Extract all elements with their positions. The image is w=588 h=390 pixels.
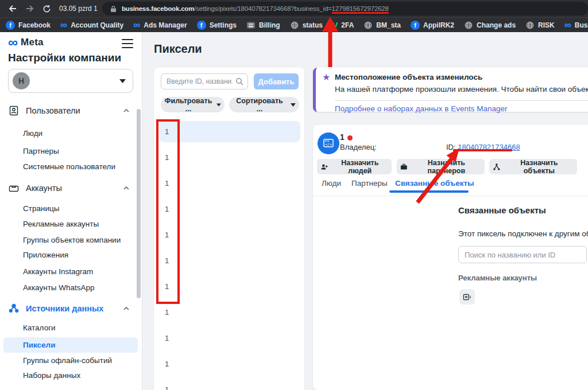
sidebar-item-ad-accounts[interactable]: Рекламные аккаунты bbox=[23, 217, 132, 231]
meta-logo: ∞ Meta bbox=[8, 37, 44, 48]
sort-dropdown[interactable]: Сортировать ... bbox=[229, 97, 299, 112]
sidebar-item-pixels[interactable]: Пиксели bbox=[3, 337, 138, 353]
divider bbox=[313, 196, 588, 196]
star-icon: ★ bbox=[322, 72, 330, 83]
bookmark-status[interactable]: status bbox=[290, 21, 323, 30]
events-manager-link[interactable]: Подробнее о наборах данных в Events Mana… bbox=[335, 104, 507, 113]
bookmarks-bar: fFacebook ∞Account Quality ∞Ads Manager … bbox=[0, 17, 588, 32]
url-domain: business.facebook.com bbox=[122, 5, 194, 12]
chevron-up-icon[interactable] bbox=[123, 306, 130, 311]
chevron-down-icon bbox=[119, 79, 126, 83]
pixels-list-panel: Добавить Фильтровать ... Сортировать ...… bbox=[154, 68, 304, 390]
sidebar-item-whatsapp-accounts[interactable]: Аккаунты WhatsApp bbox=[23, 280, 132, 294]
pixel-detail-card: </> 1 Владелец: ID: 180407821734668 Назн… bbox=[313, 125, 588, 390]
assign-people-button[interactable]: Назначить людей bbox=[317, 159, 392, 174]
pixel-list-item[interactable]: 1 bbox=[159, 224, 300, 245]
sidebar-section-accounts[interactable]: Аккаунты bbox=[8, 181, 130, 195]
pixel-list-item[interactable]: 1 bbox=[159, 147, 300, 168]
svg-text:</>: </> bbox=[325, 142, 332, 147]
sidebar-item-catalogs[interactable]: Каталоги bbox=[23, 321, 132, 334]
pixel-list-item[interactable]: 1 bbox=[159, 327, 300, 349]
connected-assets-heading: Связанные объекты bbox=[458, 205, 546, 215]
address-bar[interactable]: business.facebook.com/settings/pixels/18… bbox=[102, 2, 588, 15]
owner-label: Владелец: bbox=[340, 143, 377, 151]
sidebar-item-people[interactable]: Люди bbox=[23, 126, 132, 140]
pixel-list-item[interactable]: 1 bbox=[159, 250, 300, 271]
meta-infinity-icon: ∞ bbox=[8, 37, 18, 48]
person-add-icon bbox=[320, 163, 328, 171]
sidebar-item-partners[interactable]: Партнеры bbox=[23, 144, 132, 158]
briefcase-icon bbox=[400, 163, 408, 171]
business-selector[interactable]: H bbox=[8, 69, 133, 93]
globe-icon bbox=[464, 21, 473, 30]
pixel-list-item[interactable]: 1 bbox=[159, 302, 300, 323]
sidebar: ∞ Meta Настройки компании H Пользователи… bbox=[0, 32, 142, 390]
sidebar-item-offline-event-sets[interactable]: Группы офлайн-событий bbox=[23, 353, 132, 367]
bookmark-account-quality[interactable]: ∞Account Quality bbox=[60, 21, 123, 29]
forward-button[interactable] bbox=[25, 4, 34, 13]
bookmark-change-ads[interactable]: Change ads bbox=[464, 21, 516, 30]
tab-people[interactable]: Люди bbox=[322, 179, 341, 188]
pixel-id-link[interactable]: 180407821734668 bbox=[458, 143, 520, 151]
sidebar-item-instagram-accounts[interactable]: Аккаунты Instagram bbox=[23, 264, 132, 278]
facebook-icon: f bbox=[197, 21, 206, 30]
bookmark-settings[interactable]: fSettings bbox=[197, 21, 237, 30]
menu-button[interactable] bbox=[122, 39, 133, 48]
bookmark-risk[interactable]: RISK bbox=[525, 21, 555, 30]
tab-connected-assets[interactable]: Связанные объекты bbox=[395, 179, 474, 188]
bookmark-appilrk2[interactable]: fAppilRK2 bbox=[411, 21, 454, 30]
reload-button[interactable] bbox=[42, 5, 51, 13]
sidebar-item-system-users[interactable]: Системные пользователи bbox=[23, 159, 132, 173]
bookmark-facebook[interactable]: fFacebook bbox=[6, 21, 51, 30]
tab-title: 03.05 pzrd 1 bbox=[59, 5, 98, 13]
divider bbox=[335, 100, 588, 101]
chevron-up-icon[interactable] bbox=[123, 108, 130, 113]
filter-dropdown[interactable]: Фильтровать ... bbox=[161, 97, 225, 112]
assign-partners-button[interactable]: Назначить партнеров bbox=[397, 159, 485, 174]
pixels-list: 1 1 1 1 1 1 1 1 1 1 1 bbox=[159, 121, 300, 390]
bookmark-2fa[interactable]: V2FA bbox=[332, 21, 354, 29]
pixel-list-item-selected[interactable]: 1 bbox=[159, 121, 300, 142]
notification-body: На нашей платформе произошли изменения. … bbox=[335, 85, 588, 93]
status-dot bbox=[347, 135, 353, 141]
pixel-id: ID: 180407821734668 bbox=[446, 143, 520, 151]
sidebar-item-datasets[interactable]: Наборы данных bbox=[23, 368, 132, 382]
assets-nodes-icon bbox=[493, 163, 501, 171]
data-sources-icon bbox=[8, 303, 20, 314]
assets-search-input[interactable] bbox=[458, 246, 587, 263]
sidebar-section-data-sources[interactable]: Источники данных bbox=[8, 302, 130, 315]
pixel-list-item[interactable]: 1 bbox=[159, 198, 300, 220]
tab-partners[interactable]: Партнеры bbox=[351, 179, 388, 188]
add-pixel-button[interactable]: Добавить bbox=[254, 73, 299, 89]
bookmark-billing[interactable]: Billing bbox=[246, 21, 280, 30]
back-icon bbox=[8, 4, 17, 13]
pixel-name: 1 bbox=[340, 132, 345, 142]
ad-account-icon bbox=[463, 292, 471, 302]
bookmark-ads-manager[interactable]: ∞Ads Manager bbox=[133, 21, 187, 29]
pixel-list-item[interactable]: 1 bbox=[159, 173, 300, 194]
bookmark-bm-sta[interactable]: BM_sta bbox=[363, 21, 401, 30]
ad-account-item-button[interactable] bbox=[459, 289, 475, 305]
pixel-list-item[interactable]: 1 bbox=[159, 353, 300, 375]
bookmark-business-manager[interactable]: ∞Business Manager bbox=[564, 21, 588, 29]
meta-icon: ∞ bbox=[133, 21, 140, 29]
pixel-list-item[interactable]: 1 bbox=[159, 379, 300, 390]
business-avatar: H bbox=[13, 72, 30, 89]
pixel-avatar: </> bbox=[318, 132, 339, 154]
globe-icon bbox=[363, 21, 373, 30]
sidebar-item-asset-groups[interactable]: Группы объектов компании bbox=[23, 233, 132, 247]
connected-assets-description: Этот пиксель подключен к другим объекта bbox=[458, 229, 588, 238]
lock-icon bbox=[110, 5, 117, 13]
ad-accounts-label: Рекламные аккаунты bbox=[458, 274, 537, 282]
chevron-up-icon[interactable] bbox=[123, 186, 130, 190]
sidebar-scrollbar[interactable] bbox=[137, 109, 141, 298]
pixel-list-item[interactable]: 1 bbox=[159, 276, 300, 297]
accounts-icon bbox=[8, 182, 20, 194]
page: 03.05 pzrd 1 business.facebook.com/setti… bbox=[0, 0, 588, 390]
assign-assets-button[interactable]: Назначить объекты bbox=[489, 159, 577, 174]
v-icon: V bbox=[332, 21, 338, 29]
sidebar-section-users[interactable]: Пользователи bbox=[8, 104, 130, 118]
back-button[interactable] bbox=[8, 4, 17, 13]
sidebar-item-pages[interactable]: Страницы bbox=[23, 201, 132, 215]
sidebar-item-apps[interactable]: Приложения bbox=[23, 248, 132, 262]
